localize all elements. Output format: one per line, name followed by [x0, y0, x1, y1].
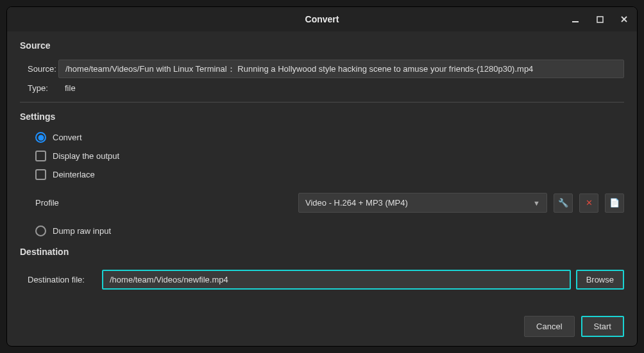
profile-label: Profile	[35, 198, 292, 208]
source-section-title: Source	[20, 40, 624, 51]
chevron-down-icon: ▼	[533, 199, 540, 207]
display-output-label: Display the output	[53, 151, 119, 161]
delete-profile-button[interactable]: ✕	[579, 193, 598, 213]
svg-rect-1	[597, 17, 603, 22]
settings-section-title: Settings	[20, 111, 624, 122]
new-icon: 📄	[609, 198, 620, 208]
dump-raw-label: Dump raw input	[53, 226, 111, 236]
destination-input[interactable]	[102, 270, 571, 290]
start-button[interactable]: Start	[581, 316, 624, 337]
destination-label: Destination file:	[20, 275, 97, 284]
divider	[20, 102, 624, 103]
maximize-button[interactable]	[592, 12, 607, 27]
cancel-button[interactable]: Cancel	[524, 316, 574, 337]
x-icon: ✕	[586, 198, 593, 208]
destination-section-title: Destination	[20, 247, 624, 257]
profile-select[interactable]: Video - H.264 + MP3 (MP4) ▼	[298, 193, 547, 213]
deinterlace-checkbox[interactable]	[35, 169, 46, 180]
titlebar: Convert	[7, 7, 637, 31]
deinterlace-label: Deinterlace	[53, 170, 95, 179]
minimize-button[interactable]	[568, 12, 583, 27]
profile-value: Video - H.264 + MP3 (MP4)	[305, 198, 408, 208]
source-input[interactable]	[58, 60, 624, 78]
edit-profile-button[interactable]: 🔧	[554, 193, 573, 213]
type-label: Type:	[20, 83, 58, 93]
type-value: file	[58, 83, 76, 93]
dialog-content: Source Source: Type: file Settings Conve…	[7, 31, 637, 346]
dump-raw-radio[interactable]	[35, 226, 46, 236]
display-output-checkbox[interactable]	[35, 151, 46, 161]
wrench-icon: 🔧	[558, 198, 568, 208]
convert-label: Convert	[53, 133, 82, 142]
convert-dialog: Convert Source Source: Type: file Settin…	[6, 6, 638, 347]
close-button[interactable]	[616, 12, 632, 27]
dialog-footer: Cancel Start	[20, 308, 624, 337]
window-controls	[568, 12, 632, 27]
window-title: Convert	[305, 14, 339, 24]
svg-rect-0	[572, 21, 579, 22]
browse-button[interactable]: Browse	[576, 270, 624, 290]
new-profile-button[interactable]: 📄	[605, 193, 624, 213]
source-label: Source:	[20, 64, 58, 74]
convert-radio[interactable]	[35, 132, 46, 143]
